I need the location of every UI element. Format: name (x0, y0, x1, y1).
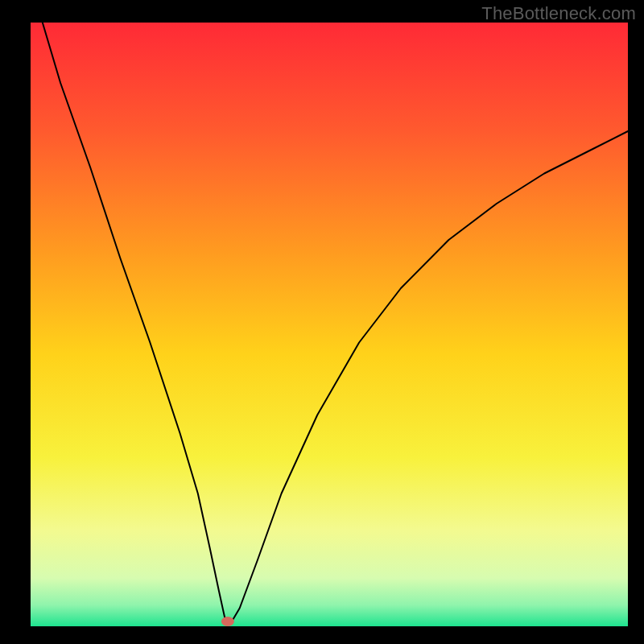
watermark-text: TheBottleneck.com (481, 3, 636, 24)
chart-frame: TheBottleneck.com (0, 0, 644, 644)
min-point-marker (221, 617, 234, 626)
plot-background (31, 23, 628, 626)
bottleneck-chart (0, 0, 644, 644)
